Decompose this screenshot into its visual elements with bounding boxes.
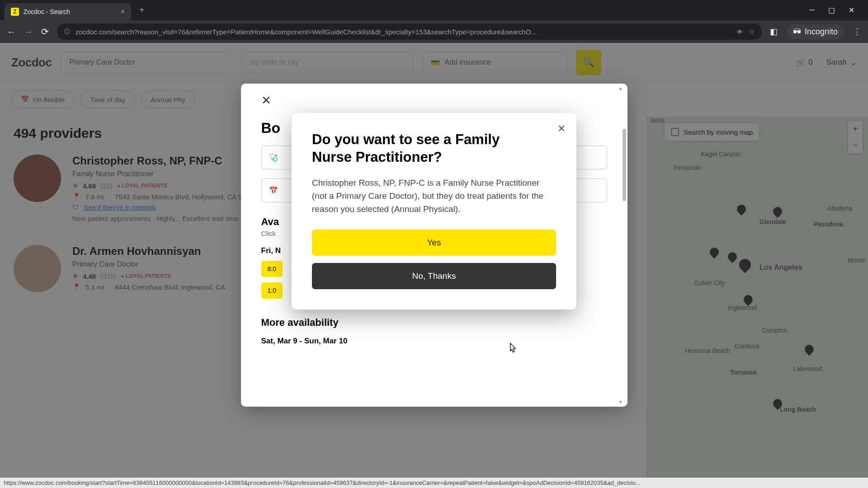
close-icon[interactable]: ✕ — [261, 94, 271, 108]
close-window-icon[interactable]: ✕ — [849, 6, 854, 14]
date-range: Sat, Mar 9 - Sun, Mar 10 — [261, 337, 607, 346]
time-slot[interactable]: 8:0 — [261, 261, 283, 277]
minimize-icon[interactable]: ─ — [810, 6, 815, 14]
tab-close-icon[interactable]: × — [121, 8, 125, 16]
forward-button[interactable]: → — [24, 27, 33, 37]
maximize-icon[interactable]: ▢ — [828, 6, 835, 14]
menu-icon[interactable]: ⋮ — [853, 27, 861, 37]
confirm-modal: ✕ Do you want to see a Family Nurse Prac… — [292, 113, 576, 310]
confirm-title: Do you want to see a Family Nurse Practi… — [312, 131, 556, 166]
status-bar: https://www.zocdoc.com/booking/start?sta… — [0, 478, 868, 488]
window-controls: ─ ▢ ✕ — [810, 6, 863, 14]
back-button[interactable]: ← — [7, 27, 16, 37]
bookmark-icon[interactable]: ☆ — [749, 28, 755, 36]
browser-tab[interactable]: Z Zocdoc - Search × — [5, 3, 131, 20]
close-icon[interactable]: ✕ — [557, 123, 566, 135]
confirm-body: Christopher Ross, NP, FNP-C is a Family … — [312, 176, 556, 216]
calendar-icon: 📅 — [269, 186, 278, 195]
no-thanks-button[interactable]: No, Thanks — [312, 263, 556, 289]
incognito-icon: 🕶 — [793, 27, 801, 37]
url-text: zocdoc.com/search?reason_visit=76&referr… — [75, 28, 731, 36]
site-info-icon[interactable]: ⓘ — [64, 28, 70, 36]
new-tab-button[interactable]: + — [135, 5, 149, 15]
yes-button[interactable]: Yes — [312, 230, 556, 256]
url-box[interactable]: ⓘ zocdoc.com/search?reason_visit=76&refe… — [57, 23, 762, 40]
browser-chrome: Z Zocdoc - Search × + ─ ▢ ✕ ← → ⟳ ⓘ zocd… — [0, 0, 868, 43]
address-bar: ← → ⟳ ⓘ zocdoc.com/search?reason_visit=7… — [0, 20, 868, 43]
favicon: Z — [11, 8, 19, 16]
incognito-label: Incognito — [805, 27, 838, 37]
eye-off-icon[interactable]: 👁 — [736, 28, 743, 36]
stethoscope-icon: 🩺 — [269, 153, 278, 162]
more-availability: More availability — [261, 317, 607, 328]
tab-title: Zocdoc - Search — [24, 8, 116, 15]
tab-bar: Z Zocdoc - Search × + ─ ▢ ✕ — [0, 0, 868, 20]
reload-button[interactable]: ⟳ — [41, 26, 49, 37]
incognito-badge[interactable]: 🕶 Incognito — [787, 24, 844, 39]
extensions-icon[interactable]: ◧ — [770, 27, 778, 37]
toolbar-icons: ◧ 🕶 Incognito ⋮ — [770, 24, 861, 39]
scrollbar-thumb[interactable] — [623, 129, 626, 201]
time-slot[interactable]: 1:0 — [261, 282, 283, 299]
